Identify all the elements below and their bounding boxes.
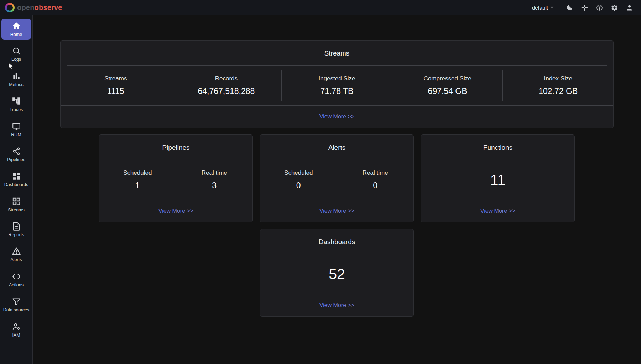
overview-cards-row-1: PipelinesScheduled1Real time3View More >… (51, 134, 623, 222)
stat-value: 3 (176, 181, 253, 190)
functions-view-more-link[interactable]: View More >> (480, 208, 515, 214)
alerts-card-title: Alerts (260, 135, 413, 160)
dark-mode-toggle[interactable] (563, 2, 575, 14)
sidebar-item-label: Metrics (9, 82, 23, 87)
stat-label: Records (171, 75, 282, 82)
openobserve-logo-icon (5, 3, 15, 12)
sidebar-item-dashboards[interactable]: Dashboards (1, 169, 31, 190)
sidebar-item-data-sources[interactable]: Data sources (1, 294, 31, 315)
sidebar-item-label: Traces (10, 107, 23, 112)
dashboards-icon (12, 172, 21, 181)
sidebar-item-streams[interactable]: Streams (1, 194, 31, 215)
sidebar-item-metrics[interactable]: Metrics (1, 69, 31, 90)
iam-icon (12, 322, 21, 331)
moon-icon (566, 4, 573, 11)
stat-value: 697.54 GB (392, 86, 503, 96)
stat-compressed-size: Compressed Size697.54 GB (392, 70, 503, 101)
stat-value: 0 (260, 181, 337, 190)
stat-ingested-size: Ingested Size71.78 TB (281, 70, 392, 101)
org-selector-value: default (532, 5, 548, 11)
streams-summary-card: Streams Streams1115Records64,767,518,288… (60, 40, 614, 128)
sidebar-item-traces[interactable]: Traces (1, 94, 31, 115)
stat-scheduled: Scheduled0 (260, 164, 337, 196)
streams-view-more-link[interactable]: View More >> (319, 114, 354, 120)
stat-index-size: Index Size102.72 GB (502, 70, 613, 101)
logo: openobserve (5, 3, 62, 12)
functions-card: Functions11View More >> (421, 134, 575, 222)
help-button[interactable] (593, 2, 605, 14)
sidebar-item-label: Dashboards (4, 182, 28, 187)
metrics-icon (12, 72, 21, 81)
stat-label: Real time (176, 169, 253, 176)
stat-label: Scheduled (260, 169, 337, 176)
gear-icon (611, 4, 618, 11)
dashboards-card-body: 52 (260, 254, 413, 294)
rum-icon (12, 122, 21, 131)
stat-label: Index Size (503, 75, 613, 82)
stat-value: 1115 (61, 86, 171, 96)
streams-card-title: Streams (61, 41, 613, 65)
topbar: openobserve default (0, 0, 641, 15)
datasources-icon (12, 297, 21, 306)
slack-link[interactable] (578, 2, 590, 14)
sidebar-item-iam[interactable]: IAM (1, 319, 31, 341)
stat-value: 71.78 TB (282, 86, 392, 96)
functions-card-footer: View More >> (421, 200, 574, 222)
dashboards-count: 52 (329, 266, 345, 283)
dashboards-card-title: Dashboards (260, 229, 413, 254)
sidebar-item-pipelines[interactable]: Pipelines (1, 144, 31, 165)
sidebar-item-label: Home (10, 32, 22, 37)
dashboards-view-more-link[interactable]: View More >> (319, 302, 354, 308)
stat-value: 64,767,518,288 (171, 86, 282, 96)
slack-icon (581, 4, 588, 11)
org-selector[interactable]: default (532, 4, 555, 11)
sidebar-item-label: Logs (11, 57, 21, 62)
dashboards-card-footer: View More >> (260, 294, 413, 316)
alerts-card: AlertsScheduled0Real time0View More >> (260, 134, 414, 222)
settings-button[interactable] (608, 2, 620, 14)
logo-text-observe: observe (35, 4, 62, 11)
pipelines-stats-row: Scheduled1Real time3 (99, 160, 252, 200)
functions-count: 11 (490, 172, 506, 188)
actions-icon (12, 272, 21, 281)
streams-stats-row: Streams1115Records64,767,518,288Ingested… (61, 66, 613, 105)
stat-value: 1 (99, 181, 176, 190)
stat-real-time: Real time0 (337, 164, 414, 196)
sidebar-item-reports[interactable]: Reports (1, 219, 31, 240)
sidebar-item-alerts[interactable]: Alerts (1, 244, 31, 265)
sidebar-item-label: Pipelines (7, 157, 25, 162)
chevron-down-icon (549, 4, 555, 11)
sidebar-item-label: Streams (8, 207, 25, 212)
functions-card-title: Functions (421, 135, 574, 160)
sidebar-item-rum[interactable]: RUM (1, 119, 31, 140)
traces-icon (12, 96, 21, 106)
alerts-icon (12, 247, 21, 256)
sidebar-item-label: IAM (12, 333, 20, 338)
help-icon (596, 4, 603, 11)
alerts-view-more-link[interactable]: View More >> (319, 208, 354, 214)
stat-real-time: Real time3 (176, 164, 253, 196)
sidebar-item-label: Actions (9, 283, 24, 287)
stat-value: 0 (337, 181, 414, 190)
sidebar-item-label: Reports (9, 232, 24, 237)
sidebar-item-actions[interactable]: Actions (1, 269, 31, 290)
pipelines-view-more-link[interactable]: View More >> (158, 208, 193, 214)
sidebar-item-logs[interactable]: Logs (1, 43, 31, 65)
stat-label: Compressed Size (392, 75, 503, 82)
stat-scheduled: Scheduled1 (99, 164, 176, 196)
pipelines-icon (12, 147, 21, 156)
main-content: Streams Streams1115Records64,767,518,288… (33, 15, 641, 364)
stat-label: Streams (61, 75, 171, 82)
reports-icon (12, 222, 21, 231)
user-menu[interactable] (623, 2, 635, 14)
stat-streams: Streams1115 (61, 70, 171, 101)
sidebar: HomeLogsMetricsTracesRUMPipelinesDashboa… (0, 15, 33, 364)
pipelines-card-footer: View More >> (99, 200, 252, 222)
pipelines-card-title: Pipelines (99, 135, 252, 160)
user-icon (626, 4, 633, 11)
logo-text-open: open (17, 4, 35, 11)
stat-label: Real time (337, 169, 414, 176)
sidebar-item-label: Alerts (11, 257, 22, 262)
search-icon (12, 46, 21, 56)
sidebar-item-home[interactable]: Home (1, 19, 31, 40)
